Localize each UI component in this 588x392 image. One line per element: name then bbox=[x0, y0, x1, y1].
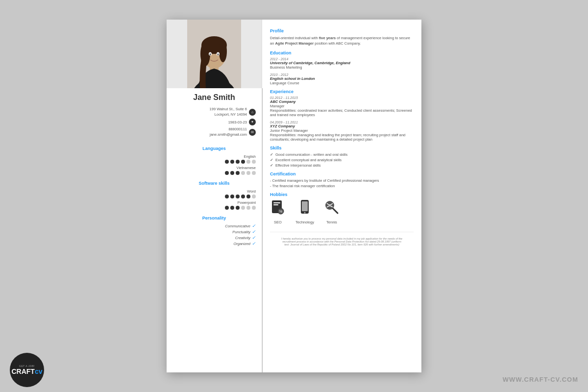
hobbies-title: Hobbies bbox=[270, 192, 414, 197]
edu-institution-2: English school in London bbox=[270, 76, 414, 81]
dot bbox=[236, 206, 240, 210]
tennis-icon bbox=[324, 199, 340, 218]
hobbies-row: % SEO Technology bbox=[270, 199, 414, 224]
skill-item-2: ✓ Excellent conceptual and analytical sk… bbox=[270, 158, 414, 162]
dot bbox=[230, 206, 234, 210]
skill-item-3: ✓ Effective interpersonal skills bbox=[270, 163, 414, 168]
dot bbox=[225, 171, 229, 175]
hobby-label-technology: Technology bbox=[295, 220, 314, 224]
candidate-name: Jane Smith bbox=[172, 93, 257, 102]
languages-title: Languages bbox=[167, 146, 262, 151]
cert-item-2: - The financial risk manager certificati… bbox=[270, 184, 414, 188]
language-name-vietnamese: Vietnamese bbox=[172, 166, 256, 170]
exp-role-1: Manager bbox=[270, 104, 414, 108]
skill-check-icon: ✓ bbox=[270, 163, 273, 168]
exp-resp-2: Responsibilities: managing and leading t… bbox=[270, 133, 414, 142]
profile-title: Profile bbox=[270, 28, 414, 33]
edu-dates-1: 2012 - 2014 bbox=[270, 57, 414, 61]
dot bbox=[225, 160, 229, 164]
dot bbox=[230, 160, 234, 164]
svg-point-9 bbox=[210, 53, 211, 55]
education-title: Education bbox=[270, 50, 414, 55]
cert-item-1: - Certified managers by Institute of Cer… bbox=[270, 178, 414, 183]
personality-label: Creativity bbox=[235, 236, 250, 240]
skill-name-word: Word bbox=[172, 189, 256, 194]
dot bbox=[246, 160, 250, 164]
experience-entry-2: 04.2009 - 11.2011 XYZ Company Junior Pro… bbox=[270, 121, 414, 142]
hobby-tennis: Tennis bbox=[324, 199, 340, 224]
dot bbox=[252, 195, 256, 198]
exp-resp-1: Responsibilities: coordinated tracer act… bbox=[270, 108, 414, 117]
check-icon: ✓ bbox=[252, 229, 256, 234]
skill-check-icon: ✓ bbox=[270, 152, 273, 157]
svg-rect-17 bbox=[302, 201, 308, 211]
birthdate-text: 1983-03-23 bbox=[228, 120, 247, 124]
phone-icon: ✉ bbox=[249, 129, 256, 136]
logo-cv: cv bbox=[35, 368, 43, 375]
right-column: Profile Detail-oriented individual with … bbox=[262, 20, 421, 372]
skill-dots-word bbox=[172, 195, 256, 198]
svg-line-20 bbox=[333, 208, 338, 213]
svg-point-18 bbox=[304, 212, 305, 213]
skill-check-icon: ✓ bbox=[270, 158, 273, 162]
education-entry-2: 2010 - 2012 English school in London Lan… bbox=[270, 73, 414, 85]
skill-text-3: Effective interpersonal skills bbox=[275, 163, 320, 168]
personality-communicative: Communicative ✓ bbox=[167, 223, 262, 229]
personality-label: Punctuality bbox=[232, 230, 250, 234]
edu-field-2: Language Course bbox=[270, 81, 414, 85]
dot bbox=[252, 160, 256, 164]
dot bbox=[241, 206, 245, 210]
exp-role-2: Junior Project Manager bbox=[270, 128, 414, 133]
dot bbox=[230, 195, 234, 198]
exp-dates-1: 01.2012 - 11.2015 bbox=[270, 96, 414, 99]
language-dots-vietnamese bbox=[172, 171, 256, 175]
dot bbox=[246, 195, 250, 198]
personality-creativity: Creativity ✓ bbox=[167, 235, 262, 241]
resume-document: Jane Smith 199 Walnut St., Suite 6 Lockp… bbox=[167, 20, 421, 372]
exp-company-1: ABC Company bbox=[270, 99, 414, 104]
dot bbox=[225, 195, 229, 198]
dot bbox=[230, 171, 234, 175]
skill-powerpoint: Powerpoint bbox=[167, 199, 262, 211]
exp-company-2: XYZ Company bbox=[270, 124, 414, 128]
check-icon: ✓ bbox=[252, 223, 256, 228]
certification-title: Certification bbox=[270, 172, 414, 176]
personality-punctuality: Punctuality ✓ bbox=[167, 229, 262, 235]
skill-text-1: Good communication - written and oral sk… bbox=[275, 152, 347, 157]
technology-icon bbox=[297, 199, 313, 218]
svg-point-10 bbox=[218, 53, 219, 55]
skill-text-2: Excellent conceptual and analytical skil… bbox=[275, 158, 342, 162]
dot bbox=[236, 195, 240, 198]
personality-label: Organized bbox=[233, 242, 250, 246]
profile-text: Detail-oriented individual with five yea… bbox=[270, 35, 414, 47]
language-vietnamese: Vietnamese bbox=[167, 165, 262, 176]
watermark: WWW.CRAFT-CV.COM bbox=[503, 376, 578, 383]
hobby-label-tennis: Tennis bbox=[326, 220, 337, 224]
dot bbox=[246, 206, 250, 210]
left-column: Jane Smith 199 Walnut St., Suite 6 Lockp… bbox=[167, 20, 262, 372]
contact-section: 199 Walnut St., Suite 6 Lockport, NY 140… bbox=[167, 104, 262, 141]
dot bbox=[252, 171, 256, 175]
hobby-technology: Technology bbox=[295, 199, 314, 224]
dot bbox=[246, 171, 250, 175]
language-english: English bbox=[167, 153, 262, 165]
skill-name-powerpoint: Powerpoint bbox=[172, 200, 256, 205]
skill-word: Word bbox=[167, 188, 262, 199]
contact-text: 888000111 jane.smith@gmail.com bbox=[210, 127, 247, 137]
svg-rect-12 bbox=[273, 202, 280, 203]
exp-dates-2: 04.2009 - 11.2011 bbox=[270, 121, 414, 124]
check-icon: ✓ bbox=[252, 241, 256, 246]
dot bbox=[236, 171, 240, 175]
authorization-footer: I hereby authorize you to process my per… bbox=[270, 232, 414, 248]
language-name-english: English bbox=[172, 154, 256, 159]
skill-dots-powerpoint bbox=[172, 206, 256, 210]
address-text: 199 Walnut St., Suite 6 Lockport, NY 140… bbox=[210, 107, 247, 117]
phone-email-item: 888000111 jane.smith@gmail.com ✉ bbox=[172, 127, 256, 137]
hobby-seo: % SEO bbox=[270, 199, 286, 224]
svg-text:%: % bbox=[279, 210, 282, 213]
seo-icon: % bbox=[270, 199, 286, 218]
photo-area bbox=[167, 20, 262, 88]
birthdate-item: 1983-03-23 ✦ bbox=[172, 119, 256, 125]
home-icon: ⌂ bbox=[249, 109, 256, 116]
dot bbox=[236, 160, 240, 164]
